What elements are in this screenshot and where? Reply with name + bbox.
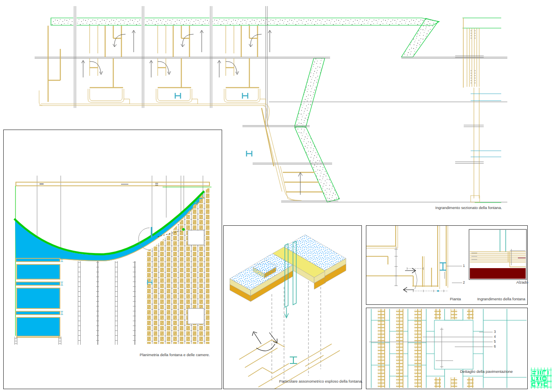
leader-label-2: 2 — [463, 280, 465, 284]
ladder-columns — [78, 261, 136, 345]
leader-label-5: 5 — [494, 339, 496, 344]
detail-drawing — [366, 226, 527, 304]
axonometric-drawing — [224, 226, 361, 389]
flow-arrows — [403, 268, 416, 292]
joint-marker — [437, 290, 439, 292]
green-marker — [182, 228, 185, 231]
direction-arrows — [252, 332, 277, 351]
section-strip — [455, 18, 501, 203]
dimension-lines — [369, 328, 493, 368]
fountain-plan-drawing — [4, 130, 222, 389]
basin-joint-icons — [61, 258, 63, 315]
foundation-fill — [470, 268, 526, 279]
caption-axon-panel: Particolare assonometrico esploso della … — [279, 379, 359, 383]
elevation-box — [469, 229, 526, 280]
studio-logo — [529, 365, 554, 390]
callout-zone — [434, 320, 473, 369]
leader-label-3: 3 — [494, 330, 496, 334]
panel-fountain-plan: Planimetria della fontana e delle camere… — [3, 130, 222, 389]
caption-top-section: Ingrandimento sezionato della fontana. — [421, 205, 502, 210]
steel-column-icon — [290, 357, 297, 363]
caption-detail-plan: Pianta — [450, 297, 461, 301]
drawing-sheet: Ingrandimento sezionato della fontana. — [0, 0, 555, 392]
panel-detail: 1 2 Alzado Pianta Ingrandimento della fo… — [366, 225, 528, 305]
ibeam-callout — [440, 263, 462, 283]
panel-paving: 3 4 5 6 Dettaglio della pavimentazione — [366, 308, 528, 389]
caption-detail-elevation: Alzado — [516, 280, 528, 284]
plan-walls — [366, 226, 448, 289]
caption-detail-enlargement: Ingrandimento della fontana — [473, 297, 525, 301]
basins — [16, 258, 60, 336]
caption-left-panel: Planimetria della fontana e delle camere… — [123, 352, 210, 357]
leader-label-1: 1 — [463, 264, 465, 268]
leader-label-6: 6 — [494, 344, 496, 348]
leader-label-4: 4 — [494, 335, 496, 339]
panel-axonometric: Particolare assonometrico esploso della … — [223, 225, 362, 389]
paving-drawing — [366, 308, 527, 389]
caption-paving-panel: Dettaglio della pavimentazione — [460, 369, 513, 374]
stair-lead-in — [39, 26, 265, 106]
